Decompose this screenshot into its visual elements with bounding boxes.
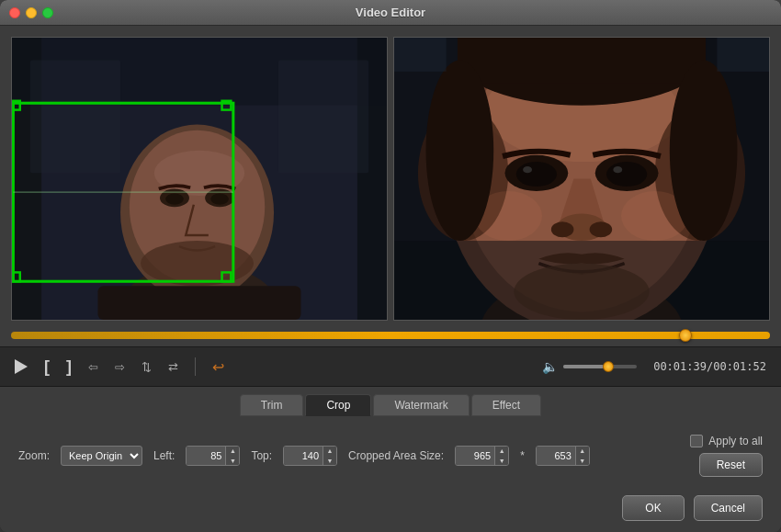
window-title: Video Editor bbox=[356, 6, 425, 19]
width-input[interactable] bbox=[456, 447, 494, 465]
svg-rect-15 bbox=[30, 61, 120, 174]
height-spin-up[interactable]: ▲ bbox=[576, 446, 589, 456]
frame-next-button[interactable]: ⇨ bbox=[115, 360, 125, 374]
left-input[interactable] bbox=[187, 447, 225, 465]
tab-watermark[interactable]: Watermark bbox=[373, 394, 469, 416]
left-spin-down[interactable]: ▼ bbox=[226, 456, 239, 466]
separator bbox=[195, 357, 196, 376]
svg-point-35 bbox=[516, 162, 557, 187]
traffic-lights bbox=[9, 7, 53, 18]
maximize-button[interactable] bbox=[42, 7, 53, 18]
title-bar: Video Editor bbox=[0, 0, 781, 26]
reset-button[interactable]: Reset bbox=[699, 453, 763, 477]
width-spin-down[interactable]: ▼ bbox=[495, 456, 508, 466]
close-button[interactable] bbox=[9, 7, 20, 18]
bottom-row: OK Cancel bbox=[0, 490, 781, 532]
width-spin: ▲ ▼ bbox=[494, 446, 508, 466]
right-controls: Apply to all Reset bbox=[690, 435, 763, 477]
svg-rect-49 bbox=[394, 241, 769, 320]
svg-rect-50 bbox=[394, 38, 447, 72]
apply-all-wrap: Apply to all bbox=[690, 435, 763, 447]
volume-thumb[interactable] bbox=[603, 361, 614, 372]
mark-in-button[interactable] bbox=[44, 357, 50, 377]
timeline-track[interactable] bbox=[11, 332, 770, 339]
left-input-wrap: ▲ ▼ bbox=[186, 446, 240, 466]
time-display: 00:01:39/00:01:52 bbox=[653, 360, 766, 373]
main-content: ⇦ ⇨ ⇅ ⇄ ↩ 🔈 00:01:39/00:01:52 Trim Crop bbox=[0, 26, 781, 532]
svg-point-36 bbox=[606, 162, 647, 187]
play-icon bbox=[15, 359, 28, 374]
svg-point-47 bbox=[426, 61, 494, 241]
timeline-section bbox=[0, 328, 781, 346]
zoom-label: Zoom: bbox=[18, 449, 50, 462]
height-spin: ▲ ▼ bbox=[575, 446, 589, 466]
tab-crop[interactable]: Crop bbox=[305, 394, 371, 416]
cancel-button[interactable]: Cancel bbox=[694, 495, 763, 521]
cropped-area-label: Cropped Area Size: bbox=[348, 449, 444, 462]
apply-all-checkbox[interactable] bbox=[690, 435, 703, 447]
top-input-wrap: ▲ ▼ bbox=[283, 446, 337, 466]
multiply-sign: * bbox=[520, 449, 525, 462]
play-button[interactable] bbox=[15, 359, 28, 374]
height-input-wrap: ▲ ▼ bbox=[536, 446, 590, 466]
svg-point-38 bbox=[613, 166, 622, 173]
top-spin: ▲ ▼ bbox=[323, 446, 336, 466]
ok-button[interactable]: OK bbox=[622, 495, 684, 521]
svg-point-48 bbox=[670, 61, 738, 241]
apply-all-label: Apply to all bbox=[708, 435, 763, 447]
tabs-bar: Trim Crop Watermark Effect bbox=[0, 387, 781, 422]
top-spin-down[interactable]: ▼ bbox=[323, 456, 336, 466]
svg-rect-14 bbox=[97, 286, 300, 320]
volume-track[interactable] bbox=[563, 365, 637, 368]
video-panels bbox=[0, 26, 781, 328]
width-input-wrap: ▲ ▼ bbox=[455, 446, 509, 466]
svg-point-41 bbox=[590, 221, 613, 237]
crop-panel: Zoom: Keep Origin Left: ▲ ▼ Top: ▲ bbox=[0, 422, 781, 490]
right-video-panel bbox=[393, 37, 770, 321]
flip-h-button[interactable]: ⇅ bbox=[141, 360, 152, 374]
svg-point-40 bbox=[551, 221, 574, 237]
left-spin: ▲ ▼ bbox=[225, 446, 239, 466]
svg-rect-46 bbox=[458, 38, 706, 83]
flip-v-button[interactable]: ⇄ bbox=[168, 360, 178, 374]
playback-bar: ⇦ ⇨ ⇅ ⇄ ↩ 🔈 00:01:39/00:01:52 bbox=[0, 346, 781, 387]
volume-fill bbox=[563, 365, 604, 368]
width-spin-up[interactable]: ▲ bbox=[495, 446, 508, 456]
video-editor-window: Video Editor bbox=[0, 0, 781, 532]
svg-point-12 bbox=[210, 193, 229, 204]
left-label: Left: bbox=[153, 449, 175, 462]
height-input[interactable] bbox=[537, 447, 575, 465]
height-spin-down[interactable]: ▼ bbox=[576, 456, 589, 466]
top-input[interactable] bbox=[284, 447, 323, 465]
mark-out-button[interactable] bbox=[66, 357, 72, 377]
zoom-select[interactable]: Keep Origin bbox=[61, 446, 142, 466]
minimize-button[interactable] bbox=[26, 7, 37, 18]
svg-point-37 bbox=[523, 166, 532, 173]
volume-icon: 🔈 bbox=[542, 359, 558, 374]
tab-trim[interactable]: Trim bbox=[240, 394, 304, 416]
svg-point-13 bbox=[141, 241, 254, 286]
svg-rect-51 bbox=[717, 38, 769, 72]
frame-prev-button[interactable]: ⇦ bbox=[88, 360, 98, 374]
left-video-panel bbox=[11, 37, 388, 321]
tab-effect[interactable]: Effect bbox=[471, 394, 541, 416]
undo-button[interactable]: ↩ bbox=[212, 358, 224, 376]
svg-rect-16 bbox=[278, 61, 368, 174]
timeline-thumb[interactable] bbox=[679, 329, 692, 342]
svg-point-11 bbox=[165, 193, 184, 204]
right-video-canvas[interactable] bbox=[394, 38, 769, 320]
left-spin-up[interactable]: ▲ bbox=[226, 446, 239, 456]
left-video-canvas[interactable] bbox=[12, 38, 387, 320]
volume-control: 🔈 bbox=[542, 359, 637, 374]
top-spin-up[interactable]: ▲ bbox=[323, 446, 336, 456]
top-label: Top: bbox=[251, 449, 272, 462]
crop-controls: Zoom: Keep Origin Left: ▲ ▼ Top: ▲ bbox=[18, 435, 763, 477]
